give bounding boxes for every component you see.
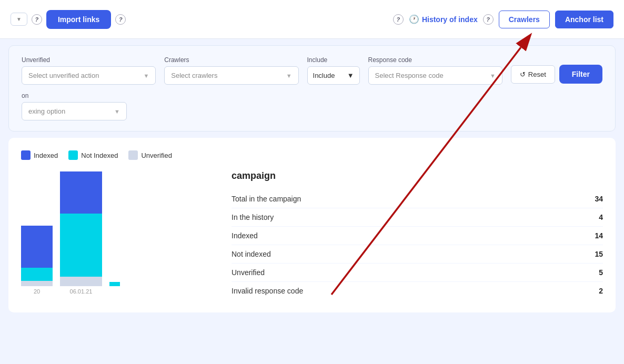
anchor-list-button[interactable]: Anchor list [555,11,613,28]
stat-value: 34 [595,195,603,203]
bar-indexed-2 [60,171,102,214]
help-icon-4[interactable]: ? [483,14,494,25]
stats-panel: campaign Total in the campaign 34 In the… [232,170,603,300]
stat-label: Total in the campaign [232,195,301,203]
legend-unverified: Unverified [128,150,172,160]
legend-not-indexed: Not Indexed [68,150,118,160]
top-bar: ▼ ? Import links ? ? 🕐 History of index … [0,0,624,39]
response-code-select-value: Select Response code [375,72,444,79]
filter-row-2: on exing option ▼ [22,92,602,120]
stat-row: Indexed 14 [232,227,603,245]
chevron-down-icon-indexing: ▼ [114,108,120,115]
stat-label: Not indexed [232,250,271,258]
x-label-2: 06.01.21 [60,288,102,295]
main-content: Indexed Not Indexed Unverified [8,138,616,312]
response-code-label: Response code [368,56,502,64]
stat-value: 4 [599,213,603,221]
stat-label: In the history [232,213,274,221]
campaign-title: campaign [232,170,603,181]
help-icon-2[interactable]: ? [115,14,126,25]
legend-not-indexed-box [68,150,78,160]
indexing-label: on [22,92,127,99]
stat-value: 2 [599,287,603,295]
chevron-down-icon: ▼ [16,16,22,22]
chevron-down-icon-include: ▼ [347,72,354,79]
include-filter-group: Include Include ▼ [307,56,360,85]
stat-row: In the history 4 [232,208,603,227]
stat-label: Unverified [232,268,265,277]
legend-unverified-box [128,150,138,160]
legend-unverified-label: Unverified [141,151,172,159]
indexing-option-filter-group: on exing option ▼ [22,92,127,120]
indexing-select-value: exing option [28,107,65,115]
bar-indexed-1 [21,226,53,268]
crawlers-label: Crawlers [164,56,298,64]
legend-not-indexed-label: Not Indexed [81,151,118,159]
include-select[interactable]: Include ▼ [307,66,360,85]
help-icon-1[interactable]: ? [32,14,42,25]
help-icon-3[interactable]: ? [393,14,404,25]
crawlers-select[interactable]: Select crawlers ▼ [164,66,298,85]
legend-indexed-box [21,150,31,160]
bar-unverified-1 [21,281,53,286]
bar-not-indexed-2 [60,214,102,277]
filter-row-1: Unverified Select unverified action ▼ Cr… [22,56,602,85]
top-dropdown[interactable]: ▼ [11,13,27,26]
chevron-down-icon-crawlers: ▼ [286,73,292,79]
filter-button[interactable]: Filter [559,65,602,84]
unverified-select-value: Select unverified action [28,72,99,79]
unverified-select[interactable]: Select unverified action ▼ [22,66,156,85]
crawlers-select-value: Select crawlers [171,72,217,79]
top-bar-left: ▼ ? Import links ? [11,10,126,29]
crawlers-filter-group: Crawlers Select crawlers ▼ [164,56,298,85]
history-label: History of index [422,15,478,24]
import-links-button[interactable]: Import links [46,10,111,29]
filter-panel: Unverified Select unverified action ▼ Cr… [8,45,616,132]
stat-row: Unverified 5 [232,264,603,282]
filter-actions: ↺ Reset Filter [511,65,602,85]
stat-label: Invalid response code [232,287,303,295]
stat-label: Indexed [232,231,258,240]
stats-rows: Total in the campaign 34 In the history … [232,190,603,300]
history-of-index-link[interactable]: 🕐 History of index [409,14,478,24]
stat-row: Not indexed 15 [232,245,603,264]
include-label: Include [307,56,360,64]
top-bar-right: ? 🕐 History of index ? Crawlers Anchor l… [393,11,613,28]
stat-row: Total in the campaign 34 [232,190,603,208]
stat-value: 15 [595,250,603,258]
stat-value: 5 [599,268,603,277]
bar-not-indexed-3 [109,282,120,286]
unverified-label: Unverified [22,56,156,64]
bar-not-indexed-1 [21,268,53,281]
legend-indexed: Indexed [21,150,58,160]
bars-container [21,170,210,286]
chevron-down-icon-unverified: ▼ [143,73,149,79]
x-label-1: 20 [21,288,53,295]
include-select-value: Include [313,72,335,79]
content-row: 20 06.01.21 campaign Total in the campai… [21,170,603,300]
clock-icon: 🕐 [409,14,419,24]
response-code-filter-group: Response code Select Response code ▼ [368,56,502,85]
indexing-select[interactable]: exing option ▼ [22,102,127,120]
chevron-down-icon-response: ▼ [490,73,496,79]
bar-unverified-2 [60,277,102,286]
unverified-filter-group: Unverified Select unverified action ▼ [22,56,156,85]
legend-indexed-label: Indexed [34,151,58,159]
response-code-select[interactable]: Select Response code ▼ [368,66,502,85]
chart-area: 20 06.01.21 [21,170,210,295]
chart-legend: Indexed Not Indexed Unverified [21,150,603,160]
stat-row: Invalid response code 2 [232,282,603,300]
stat-value: 14 [595,231,603,240]
reset-icon: ↺ [520,70,526,78]
reset-button[interactable]: ↺ Reset [511,65,555,84]
x-axis-labels: 20 06.01.21 [21,288,210,295]
crawlers-button[interactable]: Crawlers [499,11,550,28]
